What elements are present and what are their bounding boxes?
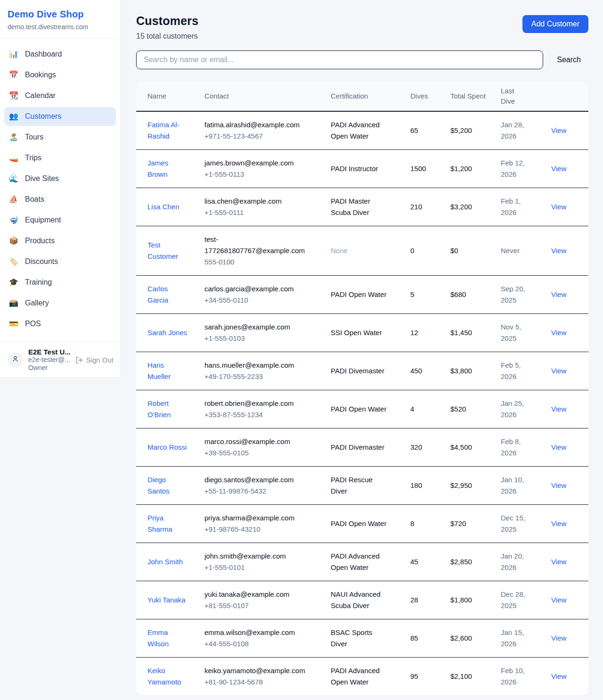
- customer-email: marco.rossi@example.com: [204, 436, 310, 447]
- view-link[interactable]: View: [551, 203, 566, 211]
- customer-count: 15 total customers: [136, 32, 198, 41]
- sidebar-item-dive-sites[interactable]: 🌊 Dive Sites: [4, 169, 116, 188]
- sidebar-item-customers[interactable]: 👥 Customers: [4, 107, 116, 126]
- customer-email: carlos.garcia@example.com: [204, 283, 310, 295]
- customer-name-link[interactable]: Marco Rossi: [147, 443, 187, 451]
- table-row: Robert O'Brien robert.obrien@example.com…: [136, 390, 588, 428]
- customer-name-link[interactable]: John Smith: [147, 558, 183, 566]
- customer-dives: 95: [410, 672, 418, 680]
- customer-phone: +353-87-555-1234: [204, 409, 310, 420]
- customer-dives: 0: [410, 247, 414, 255]
- column-header-name: Name: [136, 82, 204, 111]
- sidebar-item-tours[interactable]: 🏝️ Tours: [4, 128, 116, 147]
- customer-email: james.brown@example.com: [204, 157, 310, 169]
- view-link[interactable]: View: [551, 329, 566, 337]
- customer-certification: PADI Divemaster: [331, 443, 384, 451]
- view-link[interactable]: View: [551, 596, 566, 604]
- sidebar-item-equipment[interactable]: 🤿 Equipment: [4, 211, 116, 230]
- sidebar: Demo Dive Shop demo.test.divestreams.com…: [0, 0, 121, 377]
- sidebar-item-training[interactable]: 🎓 Training: [4, 273, 116, 292]
- customer-total-spent: $2,950: [450, 481, 472, 489]
- sidebar-item-dashboard[interactable]: 📊 Dashboard: [4, 45, 116, 64]
- customer-total-spent: $720: [450, 519, 466, 527]
- customer-phone: +1-555-0113: [204, 169, 310, 180]
- customer-email: john.smith@example.com: [204, 551, 310, 562]
- customer-phone: 555-0100: [204, 256, 310, 268]
- customer-name-link[interactable]: Robert O'Brien: [147, 399, 171, 419]
- sidebar-item-trips[interactable]: 🚤 Trips: [4, 148, 116, 167]
- customer-certification: PADI Divemaster: [331, 367, 384, 375]
- customer-certification: None: [331, 247, 348, 255]
- customer-name-link[interactable]: Emma Wilson: [147, 628, 169, 648]
- customer-total-spent: $2,600: [450, 634, 472, 642]
- customer-phone: +44-555-0108: [204, 638, 310, 650]
- column-header-dives: Dives: [410, 82, 450, 111]
- customer-email: test-1772681807767@example.com: [204, 234, 310, 256]
- sidebar-item-boats[interactable]: ⛵ Boats: [4, 190, 116, 209]
- customer-phone: +55-11-99876-5432: [204, 486, 310, 497]
- customer-dives: 12: [410, 329, 418, 337]
- view-link[interactable]: View: [551, 672, 566, 680]
- column-header-last-dive: Last Dive: [501, 82, 551, 111]
- table-row: Lisa Chen lisa.chen@example.com +1-555-0…: [136, 188, 588, 226]
- view-link[interactable]: View: [551, 405, 566, 413]
- view-link[interactable]: View: [551, 443, 566, 451]
- search-row: Search: [136, 50, 588, 69]
- table-row: Emma Wilson emma.wilson@example.com +44-…: [136, 619, 588, 658]
- sidebar-item-gallery[interactable]: 📸 Gallery: [4, 294, 116, 313]
- sailboat-icon: ⛵: [8, 194, 19, 205]
- view-link[interactable]: View: [551, 247, 566, 255]
- sidebar-user-section: E2E Test U... e2e-tester@... Owner Sign …: [0, 341, 120, 378]
- customer-name-link[interactable]: Test Customer: [147, 241, 178, 260]
- view-link[interactable]: View: [551, 290, 566, 298]
- customer-name-link[interactable]: James Brown: [147, 159, 168, 178]
- customer-certification: BSAC Sports Diver: [331, 628, 372, 648]
- search-input[interactable]: [136, 50, 543, 69]
- sign-out-label: Sign Out: [86, 356, 114, 364]
- sign-out-button[interactable]: Sign Out: [75, 356, 114, 364]
- package-icon: 📦: [8, 236, 19, 246]
- sidebar-item-calendar[interactable]: 📆 Calendar: [4, 86, 116, 105]
- table-row: Sarah Jones sarah.jones@example.com +1-5…: [136, 314, 588, 352]
- customer-name-link[interactable]: Priya Sharma: [147, 514, 172, 533]
- customer-name-link[interactable]: Sarah Jones: [147, 329, 187, 337]
- table-row: Fatima Al-Rashid fatima.alrashid@example…: [136, 111, 588, 150]
- sidebar-item-products[interactable]: 📦 Products: [4, 231, 116, 250]
- view-link[interactable]: View: [551, 367, 566, 375]
- customer-phone: +39-555-0105: [204, 447, 310, 459]
- customer-name-link[interactable]: Keiko Yamamoto: [147, 667, 181, 686]
- bar-chart-icon: 📊: [8, 49, 19, 59]
- customer-dives: 28: [410, 596, 418, 604]
- search-button[interactable]: Search: [557, 56, 581, 64]
- customer-dives: 45: [410, 558, 418, 566]
- customer-dives: 180: [410, 481, 422, 489]
- view-link[interactable]: View: [551, 481, 566, 489]
- customer-email: diego.santos@example.com: [204, 474, 310, 486]
- customer-name-link[interactable]: Diego Santos: [147, 476, 170, 495]
- view-link[interactable]: View: [551, 165, 566, 173]
- view-link[interactable]: View: [551, 634, 566, 642]
- sidebar-item-discounts[interactable]: 🏷️ Discounts: [4, 252, 116, 271]
- sidebar-nav: 📊 Dashboard 📅 Bookings 📆 Calendar 👥 Cust…: [0, 39, 120, 341]
- customer-certification: PADI Master Scuba Diver: [331, 197, 370, 216]
- view-link[interactable]: View: [551, 558, 566, 566]
- add-customer-button[interactable]: Add Customer: [522, 15, 588, 33]
- sidebar-item-pos[interactable]: 💳 POS: [4, 314, 116, 333]
- customer-dives: 450: [410, 367, 422, 375]
- view-link[interactable]: View: [551, 126, 566, 134]
- speedboat-icon: 🚤: [8, 153, 19, 163]
- sidebar-item-bookings[interactable]: 📅 Bookings: [4, 66, 116, 84]
- customer-total-spent: $2,850: [450, 558, 472, 566]
- customer-phone: +34-555-0110: [204, 295, 310, 306]
- customer-dives: 5: [410, 290, 414, 298]
- page-header: Customers 15 total customers Add Custome…: [136, 14, 588, 41]
- view-link[interactable]: View: [551, 519, 566, 527]
- customer-name-link[interactable]: Yuki Tanaka: [147, 596, 186, 604]
- customer-dives: 210: [410, 203, 422, 211]
- customer-name-link[interactable]: Carlos Garcia: [147, 285, 168, 304]
- customer-name-link[interactable]: Fatima Al-Rashid: [147, 121, 179, 140]
- customer-name-link[interactable]: Hans Mueller: [147, 361, 171, 380]
- customer-name-link[interactable]: Lisa Chen: [147, 203, 179, 211]
- graduation-cap-icon: 🎓: [8, 277, 19, 288]
- table-row: John Smith john.smith@example.com +1-555…: [136, 543, 588, 581]
